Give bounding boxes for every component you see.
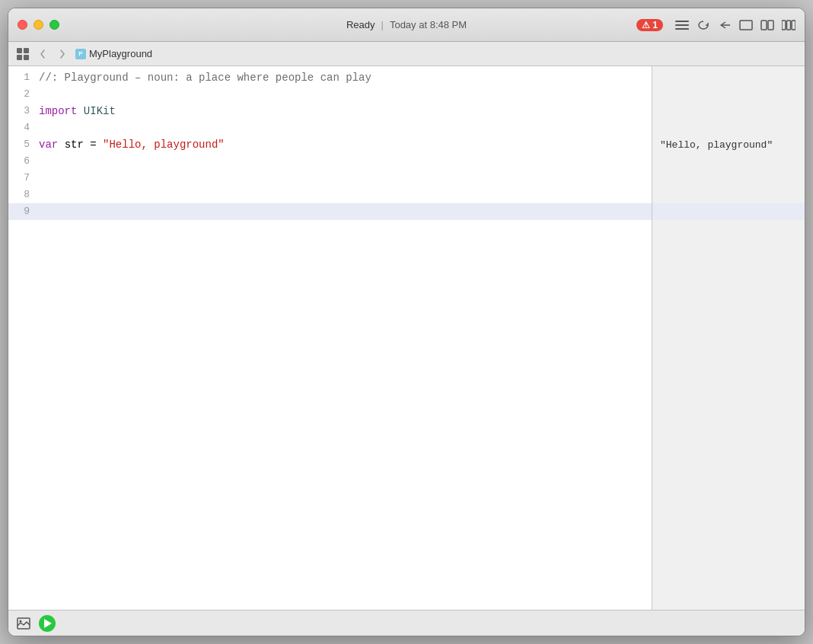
error-count: 1 (652, 20, 658, 30)
traffic-lights (18, 20, 59, 30)
line-number-5: 5 (8, 136, 39, 153)
result-line-9 (652, 203, 805, 220)
svg-rect-1 (675, 24, 689, 26)
filename-label: MyPlayground (89, 48, 152, 59)
paragraph-icon[interactable] (675, 20, 689, 30)
titlebar: Ready | Today at 8:48 PM ⚠ 1 (8, 8, 805, 42)
svg-rect-7 (782, 21, 786, 30)
single-panel-icon[interactable] (739, 20, 753, 30)
result-line-5: "Hello, playground" (652, 136, 805, 153)
status-label: Ready (346, 19, 375, 30)
run-button[interactable] (39, 615, 56, 632)
code-line-2: 2 (8, 86, 652, 103)
code-line-4: 4 (8, 120, 652, 136)
line-number-9: 9 (8, 203, 39, 220)
result-line-7 (652, 170, 805, 187)
grid-icon[interactable] (16, 47, 30, 61)
code-lines: 1 //: Playground – noun: a place where p… (8, 66, 652, 610)
back-nav-icon[interactable] (36, 47, 49, 61)
code-line-7: 7 (8, 170, 652, 187)
code-line-8: 8 (8, 187, 652, 203)
line-content-3: import UIKit (39, 103, 652, 120)
result-line-3 (652, 103, 805, 120)
svg-rect-11 (24, 48, 29, 53)
svg-rect-9 (792, 21, 795, 30)
back-arrow-icon[interactable] (718, 20, 732, 30)
line-number-3: 3 (8, 103, 39, 120)
svg-rect-5 (761, 21, 767, 30)
result-line-1 (652, 69, 805, 86)
code-line-1: 1 //: Playground – noun: a place where p… (8, 69, 652, 86)
xcode-window: Ready | Today at 8:48 PM ⚠ 1 (8, 8, 805, 636)
code-editor[interactable]: 1 //: Playground – noun: a place where p… (8, 66, 652, 610)
svg-rect-8 (787, 21, 791, 30)
results-panel: "Hello, playground" (652, 66, 805, 610)
svg-rect-12 (17, 55, 22, 60)
code-line-6: 6 (8, 153, 652, 170)
svg-rect-6 (768, 21, 773, 30)
line-number-4: 4 (8, 120, 39, 136)
svg-rect-13 (24, 55, 29, 60)
line-number-8: 8 (8, 187, 39, 203)
result-line-6 (652, 153, 805, 170)
code-line-9: 9 (8, 203, 652, 220)
result-line-8 (652, 187, 805, 203)
bottom-bar (8, 610, 805, 636)
forward-nav-icon[interactable] (56, 47, 69, 61)
line-content-5: var str = "Hello, playground" (39, 136, 652, 153)
line-number-6: 6 (8, 153, 39, 170)
play-icon (44, 619, 52, 628)
navigator-bar: P MyPlayground (8, 42, 805, 66)
toolbar-icons (675, 20, 795, 30)
error-icon: ⚠ (642, 20, 650, 30)
breadcrumb: P MyPlayground (75, 48, 152, 59)
image-icon[interactable] (16, 616, 31, 631)
titlebar-right: ⚠ 1 (636, 19, 795, 31)
result-line-2 (652, 86, 805, 103)
titlebar-center: Ready | Today at 8:48 PM (346, 19, 467, 30)
code-line-5: 5 var str = "Hello, playground" (8, 136, 652, 153)
minimize-button[interactable] (33, 20, 43, 30)
svg-rect-10 (17, 48, 22, 53)
titlebar-time: Today at 8:48 PM (390, 19, 467, 30)
refresh-icon[interactable] (697, 20, 710, 30)
titlebar-divider: | (381, 19, 384, 30)
close-button[interactable] (18, 20, 27, 30)
code-line-3: 3 import UIKit (8, 103, 652, 120)
triple-panel-icon[interactable] (782, 20, 795, 30)
main-content: 1 //: Playground – noun: a place where p… (8, 66, 805, 610)
line-number-2: 2 (8, 86, 39, 103)
line-content-1: //: Playground – noun: a place where peo… (39, 69, 652, 86)
error-badge: ⚠ 1 (636, 19, 663, 31)
svg-point-15 (20, 620, 22, 622)
result-value-5: "Hello, playground" (660, 139, 773, 151)
svg-rect-4 (740, 21, 752, 30)
result-line-4 (652, 120, 805, 136)
svg-rect-2 (675, 28, 689, 30)
file-icon: P (75, 49, 86, 59)
split-panel-icon[interactable] (760, 20, 774, 30)
line-number-1: 1 (8, 69, 39, 86)
svg-rect-0 (675, 21, 689, 22)
maximize-button[interactable] (49, 20, 59, 30)
line-number-7: 7 (8, 170, 39, 187)
